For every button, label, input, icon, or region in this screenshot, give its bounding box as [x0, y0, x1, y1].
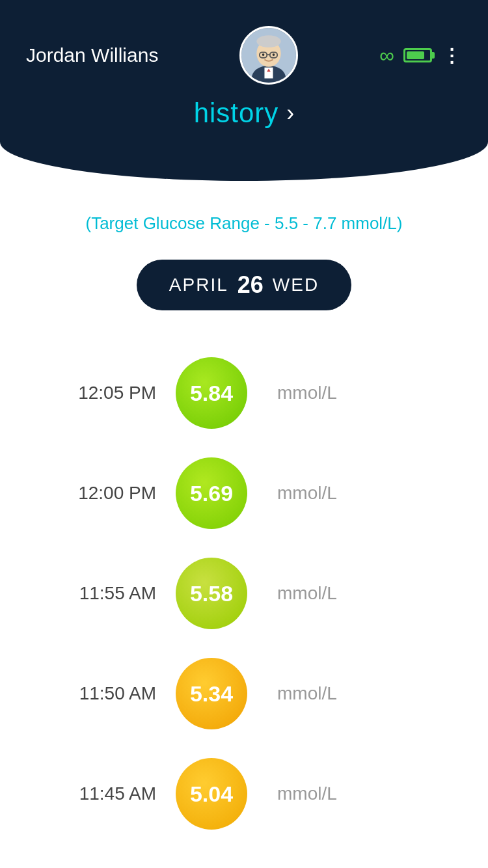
history-arrow-icon[interactable]: › [286, 100, 294, 127]
reading-item: 12:05 PM5.84mmol/L [26, 343, 462, 443]
reading-unit: mmol/L [277, 483, 337, 504]
date-weekday: WED [273, 275, 319, 295]
reading-time: 12:05 PM [39, 383, 156, 403]
reading-unit: mmol/L [277, 683, 337, 704]
main-content: (Target Glucose Range - 5.5 - 7.7 mmol/L… [0, 181, 488, 868]
svg-point-10 [273, 53, 275, 56]
date-day: 26 [237, 271, 264, 299]
date-month: APRIL [169, 275, 228, 295]
reading-item: 11:55 AM5.58mmol/L [26, 543, 462, 644]
reading-value: 5.84 [190, 381, 233, 406]
reading-unit: mmol/L [277, 383, 337, 403]
more-menu-icon[interactable]: ⋮ [442, 45, 462, 66]
glucose-range-label: (Target Glucose Range - 5.5 - 7.7 mmol/L… [26, 213, 462, 234]
reading-circle: 5.84 [176, 357, 247, 429]
reading-time: 11:55 AM [39, 583, 156, 604]
reading-value: 5.34 [190, 681, 233, 707]
reading-value: 5.58 [190, 581, 233, 606]
header-icons: ∞ ⋮ [379, 44, 462, 68]
reading-circle: 5.04 [176, 758, 247, 830]
header-top: Jordan Willians [26, 26, 462, 85]
reading-item: 11:50 AM5.34mmol/L [26, 644, 462, 744]
svg-point-5 [257, 35, 281, 47]
infinity-icon: ∞ [379, 44, 393, 68]
reading-value: 5.69 [190, 481, 233, 506]
avatar [239, 26, 298, 85]
header: Jordan Willians [0, 0, 488, 181]
history-label: history [194, 98, 279, 129]
reading-time: 11:50 AM [39, 683, 156, 704]
reading-time: 12:00 PM [39, 483, 156, 504]
date-badge[interactable]: APRIL 26 WED [137, 260, 351, 310]
history-nav[interactable]: history › [26, 98, 462, 129]
reading-list: 12:05 PM5.84mmol/L12:00 PM5.69mmol/L11:5… [26, 343, 462, 844]
reading-circle: 5.69 [176, 457, 247, 529]
user-name: Jordan Willians [26, 44, 158, 66]
reading-circle: 5.58 [176, 558, 247, 629]
reading-time: 11:45 AM [39, 783, 156, 804]
reading-item: 11:45 AM5.04mmol/L [26, 744, 462, 844]
reading-item: 12:00 PM5.69mmol/L [26, 443, 462, 543]
reading-unit: mmol/L [277, 583, 337, 604]
reading-value: 5.04 [190, 781, 233, 807]
reading-circle: 5.34 [176, 658, 247, 729]
battery-icon [403, 48, 432, 62]
svg-point-9 [262, 53, 265, 56]
reading-unit: mmol/L [277, 783, 337, 804]
